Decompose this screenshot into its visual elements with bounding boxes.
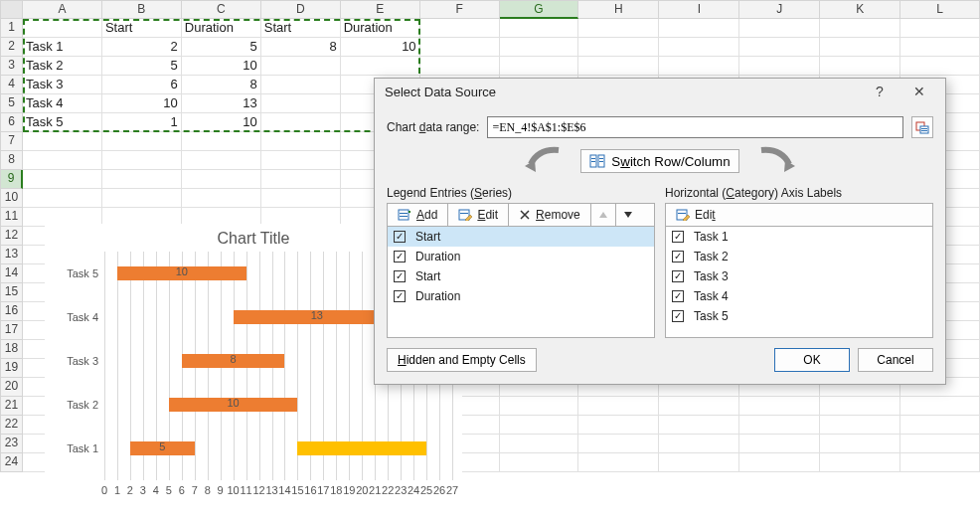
- cell[interactable]: [900, 435, 980, 453]
- cell[interactable]: 10: [182, 113, 261, 132]
- cell[interactable]: [102, 170, 182, 189]
- cell[interactable]: 10: [182, 57, 261, 76]
- checkbox[interactable]: ✓: [672, 270, 684, 282]
- cell[interactable]: 5: [102, 57, 182, 76]
- cell[interactable]: [261, 189, 341, 208]
- cell[interactable]: [500, 453, 579, 472]
- row-header[interactable]: 16: [0, 302, 23, 321]
- cell[interactable]: [659, 19, 739, 38]
- cell[interactable]: 6: [102, 76, 182, 94]
- cell[interactable]: 10: [102, 94, 182, 113]
- checkbox[interactable]: ✓: [672, 310, 684, 322]
- list-item[interactable]: ✓Task 5: [666, 306, 932, 326]
- cell[interactable]: Duration: [341, 19, 420, 38]
- checkbox[interactable]: ✓: [394, 290, 406, 302]
- cell[interactable]: [739, 38, 820, 57]
- cell[interactable]: [659, 453, 739, 472]
- row-header[interactable]: 5: [0, 94, 23, 113]
- cell[interactable]: [23, 189, 102, 208]
- list-item[interactable]: ✓Start: [388, 227, 654, 247]
- row-header[interactable]: 24: [0, 453, 23, 472]
- cell[interactable]: [420, 19, 500, 38]
- row-header[interactable]: 9: [0, 170, 23, 189]
- cell[interactable]: [739, 416, 820, 435]
- cell[interactable]: [820, 453, 900, 472]
- cell[interactable]: [500, 416, 579, 435]
- list-item[interactable]: ✓Task 1: [666, 227, 932, 247]
- checkbox[interactable]: ✓: [672, 231, 684, 243]
- row-header[interactable]: 19: [0, 359, 23, 378]
- cell[interactable]: [659, 38, 739, 57]
- cell[interactable]: [500, 38, 579, 57]
- cell[interactable]: [182, 151, 261, 170]
- column-header[interactable]: E: [341, 0, 420, 19]
- cell[interactable]: Task 3: [23, 76, 102, 94]
- cell[interactable]: 2: [102, 38, 182, 57]
- cell[interactable]: 10: [341, 38, 420, 57]
- cell[interactable]: [23, 170, 102, 189]
- column-header[interactable]: D: [261, 0, 341, 19]
- row-header[interactable]: 11: [0, 208, 23, 227]
- column-header[interactable]: C: [182, 0, 261, 19]
- cell[interactable]: [578, 38, 659, 57]
- cell[interactable]: [659, 416, 739, 435]
- cell[interactable]: [182, 170, 261, 189]
- cell[interactable]: [23, 132, 102, 151]
- close-button[interactable]: ✕: [899, 79, 939, 106]
- cell[interactable]: [820, 397, 900, 416]
- row-header[interactable]: 17: [0, 321, 23, 340]
- ok-button[interactable]: OK: [774, 348, 850, 372]
- list-item[interactable]: ✓Task 4: [666, 286, 932, 306]
- row-header[interactable]: 21: [0, 397, 23, 416]
- row-header[interactable]: 4: [0, 76, 23, 94]
- cell[interactable]: [820, 416, 900, 435]
- row-header[interactable]: 7: [0, 132, 23, 151]
- column-header[interactable]: G: [500, 0, 579, 19]
- checkbox[interactable]: ✓: [394, 270, 406, 282]
- cell[interactable]: [900, 397, 980, 416]
- cell[interactable]: [182, 189, 261, 208]
- cell[interactable]: [820, 38, 900, 57]
- cell[interactable]: [820, 57, 900, 76]
- cell[interactable]: [102, 151, 182, 170]
- row-header[interactable]: 14: [0, 264, 23, 283]
- cell[interactable]: [500, 19, 579, 38]
- column-header[interactable]: K: [820, 0, 900, 19]
- list-item[interactable]: ✓Duration: [388, 247, 654, 266]
- column-header[interactable]: A: [23, 0, 102, 19]
- cell[interactable]: [578, 453, 659, 472]
- add-series-button[interactable]: Add: [388, 204, 448, 226]
- column-header[interactable]: L: [900, 0, 980, 19]
- chart-data-range-input[interactable]: [487, 116, 903, 138]
- series-listbox[interactable]: ✓Start✓Duration✓Start✓Duration: [387, 227, 655, 338]
- cell[interactable]: [820, 19, 900, 38]
- cell[interactable]: [659, 435, 739, 453]
- cell[interactable]: [23, 19, 102, 38]
- move-series-down-button[interactable]: [616, 204, 640, 226]
- chart-bar[interactable]: [297, 441, 426, 455]
- row-header[interactable]: 1: [0, 19, 23, 38]
- chart-bar[interactable]: 5: [130, 441, 195, 455]
- cell[interactable]: [261, 57, 341, 76]
- cell[interactable]: [261, 94, 341, 113]
- row-header[interactable]: 8: [0, 151, 23, 170]
- row-header[interactable]: 23: [0, 435, 23, 453]
- row-header[interactable]: 10: [0, 189, 23, 208]
- cell[interactable]: [261, 132, 341, 151]
- list-item[interactable]: ✓Task 3: [666, 266, 932, 286]
- cell[interactable]: 5: [182, 38, 261, 57]
- cell[interactable]: [341, 57, 420, 76]
- cell[interactable]: [578, 435, 659, 453]
- checkbox[interactable]: ✓: [394, 251, 406, 262]
- cell[interactable]: Start: [261, 19, 341, 38]
- cell[interactable]: [420, 57, 500, 76]
- row-header[interactable]: 13: [0, 246, 23, 264]
- collapse-dialog-button[interactable]: [911, 116, 933, 138]
- cell[interactable]: Task 1: [23, 38, 102, 57]
- cell[interactable]: 8: [261, 38, 341, 57]
- checkbox[interactable]: ✓: [672, 251, 684, 262]
- chart-bar[interactable]: 8: [182, 354, 285, 368]
- cell[interactable]: [739, 453, 820, 472]
- cell[interactable]: [500, 57, 579, 76]
- cell[interactable]: 13: [182, 94, 261, 113]
